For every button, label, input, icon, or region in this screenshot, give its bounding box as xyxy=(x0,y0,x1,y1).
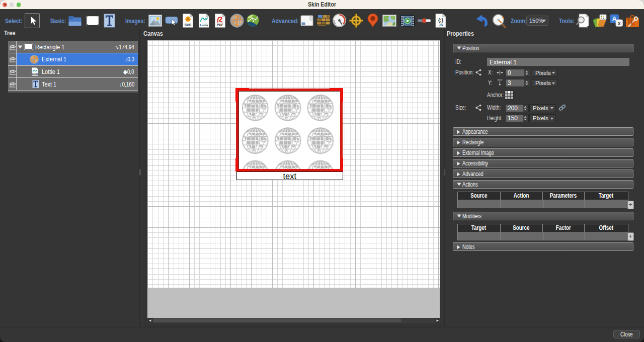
svg-text:Lottie: Lottie xyxy=(32,73,38,75)
svg-text:JS: JS xyxy=(439,23,443,27)
svg-text:PDF: PDF xyxy=(217,23,223,27)
svg-text:Lottie: Lottie xyxy=(200,24,208,27)
svg-text:x: x xyxy=(618,21,621,26)
svg-text:SVG: SVG xyxy=(185,23,192,27)
svg-text:{;}: {;} xyxy=(438,18,443,23)
